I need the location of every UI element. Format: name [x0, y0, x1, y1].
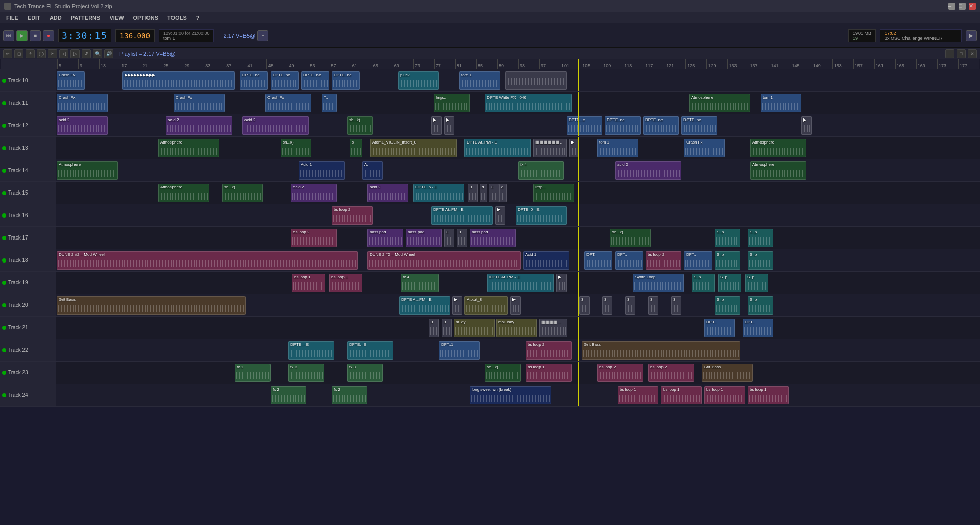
pattern-block-t19-b2[interactable]: fx 4 — [401, 274, 439, 292]
pattern-block-t22-b1[interactable]: DPTE.- E — [347, 341, 393, 360]
collapse-button[interactable]: _ — [945, 49, 954, 58]
pattern-block-t15-b9[interactable]: Imp... — [533, 184, 574, 202]
pattern-block-t17-b5[interactable]: bass pad — [470, 229, 516, 247]
pattern-block-t12-b3[interactable]: sh...k) — [347, 116, 373, 135]
pattern-block-t13-b2[interactable]: s — [350, 139, 362, 157]
pattern-block-t14-b4[interactable]: acid 2 — [615, 161, 681, 180]
pattern-block-t18-b6[interactable]: DPT.. — [684, 251, 712, 270]
pattern-block-t20-b6[interactable]: 3 — [602, 296, 612, 315]
pattern-block-t15-b7[interactable]: 3 — [489, 184, 499, 202]
tool-right[interactable]: ▷ — [70, 49, 80, 58]
pattern-block-t14-b1[interactable]: Acid 1 — [299, 161, 345, 180]
pattern-block-t18-b2[interactable]: Acid 1 — [523, 251, 569, 270]
menu-item-tools[interactable]: TOOLS — [163, 14, 191, 22]
track-led-14[interactable] — [2, 169, 6, 173]
pattern-block-t19-b0[interactable]: bs loop 1 — [292, 274, 325, 292]
pattern-block-t18-b8[interactable]: S..p — [748, 251, 773, 270]
pattern-block-t23-b4[interactable]: bs loop 1 — [526, 364, 572, 382]
pattern-block-t16-b0[interactable]: bs loop 2 — [332, 206, 373, 225]
pattern-block-t23-b1[interactable]: fx 3 — [288, 364, 324, 382]
track-led-18[interactable] — [2, 258, 6, 262]
pattern-block-t19-b7[interactable]: S..p — [718, 274, 741, 292]
pattern-block-t12-b1[interactable]: acid 2 — [166, 116, 232, 135]
pattern-block-t23-b2[interactable]: fx 3 — [347, 364, 383, 382]
pattern-block-t24-b0[interactable]: fx 2 — [271, 386, 306, 404]
pattern-block-t18-b1[interactable]: DUNE 2 #2 – Mod Wheel — [368, 251, 521, 270]
play-button[interactable]: ▶ — [16, 30, 28, 41]
pattern-block-t12-b6[interactable]: DPTE...e — [567, 116, 602, 135]
track-led-11[interactable] — [2, 101, 6, 105]
bpm-display[interactable]: 136.000 — [115, 29, 155, 42]
pattern-block-t11-b4[interactable]: Imp... — [434, 94, 470, 112]
pattern-block-t22-b3[interactable]: bs loop 2 — [526, 341, 572, 360]
pattern-block-t14-b5[interactable]: Atmosphere — [750, 161, 806, 180]
pattern-block-t20-b9[interactable]: 3 — [671, 296, 681, 315]
pattern-block-t24-b2[interactable]: long swee..wn (break) — [470, 386, 551, 404]
pattern-block-t11-b7[interactable]: tom 1 — [761, 94, 801, 112]
pattern-block-t20-b4[interactable]: ▶ — [510, 296, 521, 315]
track-led-13[interactable] — [2, 146, 6, 150]
pattern-block-t20-b3[interactable]: Ato..rt_8 — [464, 296, 508, 315]
pattern-block-t21-b2[interactable]: m..dy — [454, 319, 495, 337]
playback-add-button[interactable]: + — [257, 30, 268, 41]
pattern-block-t10-b8[interactable] — [505, 71, 567, 90]
pattern-block-t24-b6[interactable]: bs loop 1 — [748, 386, 789, 404]
pattern-block-t18-b4[interactable]: DPT.. — [615, 251, 643, 270]
pattern-block-t12-b9[interactable]: DPTE..ne — [681, 116, 717, 135]
pattern-block-t16-b2[interactable]: ▶ — [495, 206, 505, 225]
pattern-block-t21-b5[interactable]: DPT.. — [704, 319, 735, 337]
pattern-block-t10-b6[interactable]: pluck — [398, 71, 439, 90]
pattern-block-t13-b4[interactable]: DPTE At..PM - E — [464, 139, 531, 157]
pattern-block-t12-b8[interactable]: DPTE..ne — [643, 116, 679, 135]
pattern-block-t20-b8[interactable]: 3 — [648, 296, 658, 315]
pattern-block-t13-b3[interactable]: Atom1_VIOLIN_Insert_8 — [370, 139, 457, 157]
tool-select[interactable]: ◻ — [14, 49, 23, 58]
tool-zoom[interactable]: 🔍 — [93, 49, 102, 58]
pattern-block-t14-b3[interactable]: fx 4 — [518, 161, 564, 180]
menu-item-file[interactable]: FILE — [2, 14, 22, 22]
pattern-block-t21-b0[interactable]: 3 — [429, 319, 439, 337]
pattern-block-t17-b2[interactable]: bass pad — [406, 229, 442, 247]
pattern-block-t18-b3[interactable]: DPT.. — [584, 251, 612, 270]
stop-button[interactable]: ■ — [30, 30, 41, 41]
menu-item-patterns[interactable]: PATTERNS — [67, 14, 105, 22]
pattern-block-t23-b7[interactable]: Grit Bass — [702, 364, 753, 382]
pattern-block-t17-b3[interactable]: 3 — [444, 229, 454, 247]
pattern-block-t10-b1[interactable]: ▶▶▶▶▶▶▶▶▶▶ — [122, 71, 235, 90]
pattern-block-t17-b0[interactable]: bs loop 2 — [291, 229, 337, 247]
pattern-block-t20-b0[interactable]: Grit Bass — [57, 296, 246, 315]
rewind-button[interactable]: ⏮ — [3, 30, 14, 41]
tool-left[interactable]: ◁ — [59, 49, 68, 58]
pattern-block-t12-b2[interactable]: acid 2 — [242, 116, 309, 135]
pattern-block-t17-b6[interactable]: sh...k) — [610, 229, 651, 247]
pattern-block-t11-b6[interactable]: Atmosphere — [689, 94, 750, 112]
minimize-button[interactable]: – — [948, 3, 955, 10]
pattern-block-t11-b0[interactable]: Crash Fx — [57, 94, 108, 112]
pattern-block-t13-b1[interactable]: sh...k) — [281, 139, 311, 157]
pattern-block-t16-b3[interactable]: DPTE..5 - E — [516, 206, 567, 225]
maximize-button[interactable]: □ — [959, 3, 966, 10]
pattern-block-t15-b6[interactable]: d — [480, 184, 487, 202]
pattern-block-t20-b7[interactable]: 3 — [625, 296, 635, 315]
pattern-block-t19-b4[interactable]: ▶ — [556, 274, 567, 292]
menu-item-options[interactable]: OPTIONS — [129, 14, 163, 22]
pattern-block-t21-b3[interactable]: mai..lody — [496, 319, 537, 337]
pattern-block-t23-b3[interactable]: sh...k) — [485, 364, 521, 382]
tool-brush[interactable]: ⌖ — [26, 49, 35, 58]
pattern-block-t18-b7[interactable]: S..p — [715, 251, 740, 270]
pattern-block-t15-b8[interactable]: d — [499, 184, 507, 202]
pattern-block-t13-b0[interactable]: Atmosphere — [158, 139, 219, 157]
pattern-block-t21-b1[interactable]: 3 — [442, 319, 452, 337]
pattern-block-t18-b5[interactable]: bs loop 2 — [646, 251, 681, 270]
menu-item-add[interactable]: ADD — [45, 14, 66, 22]
pattern-block-t23-b5[interactable]: bs loop 2 — [597, 364, 643, 382]
menu-item-view[interactable]: VIEW — [105, 14, 128, 22]
pattern-block-t23-b0[interactable]: fx 1 — [235, 364, 271, 382]
track-led-22[interactable] — [2, 348, 6, 352]
pattern-block-t11-b2[interactable]: Crash Fx — [265, 94, 311, 112]
track-led-20[interactable] — [2, 303, 6, 307]
pattern-block-t19-b6[interactable]: S..p — [692, 274, 715, 292]
pattern-block-t10-b3[interactable]: DPTE..ne — [271, 71, 299, 90]
pattern-block-t13-b5[interactable]: ▦▦▦▦▦▦▦▦ — [533, 139, 567, 157]
pattern-block-t10-b5[interactable]: DPTE..ne — [332, 71, 360, 90]
